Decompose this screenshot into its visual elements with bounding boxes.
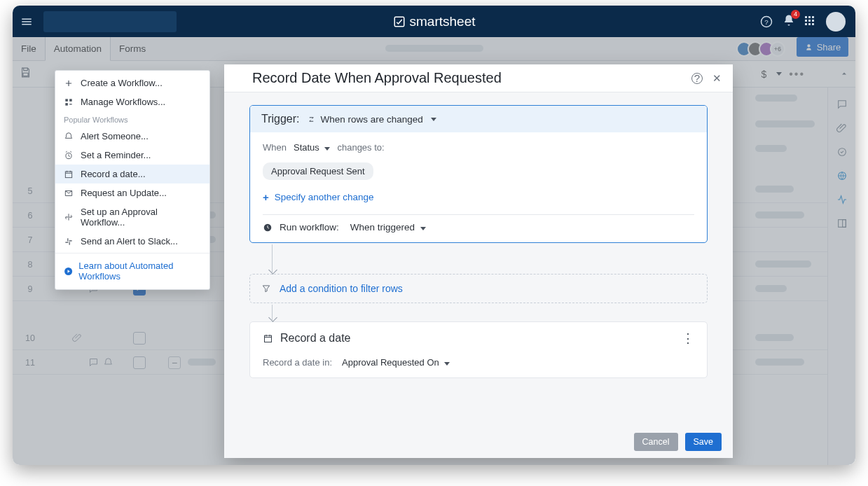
menu-slack-alert[interactable]: Send an Alert to Slack... [55,232,209,251]
svg-rect-9 [65,99,68,102]
apps-icon[interactable] [805,16,816,27]
flow-connector [272,244,273,272]
more-icon[interactable]: ⋮ [682,335,694,342]
calendar-icon [263,333,273,344]
close-icon[interactable]: ✕ [712,72,722,85]
add-condition-block[interactable]: Add a condition to filter rows [249,274,708,303]
field-select[interactable]: Status [294,142,330,153]
svg-rect-11 [65,103,68,106]
help-icon[interactable]: ? [760,15,773,28]
chevron-down-icon [324,147,330,151]
brand-logo: smartsheet [393,14,476,29]
record-in-label: Record a date in: [263,357,332,368]
svg-text:?: ? [764,18,769,25]
filter-icon [261,284,271,293]
svg-rect-0 [394,17,404,27]
add-change-link[interactable]: + Specify another change [263,191,694,203]
svg-rect-8 [265,335,272,342]
plus-icon: + [263,191,269,203]
notifications-icon[interactable]: 4 [783,14,795,29]
menu-icon[interactable] [13,15,41,28]
trigger-type-value: When rows are changed [321,114,423,125]
notification-badge: 4 [791,10,800,19]
value-chip[interactable]: Approval Request Sent [263,162,373,180]
workflow-modal: Record Date When Approval Requested ? ✕ … [224,64,733,458]
trigger-label: Trigger: [261,113,300,125]
brand-name: smartsheet [410,14,476,29]
menu-section-header: Popular Workflows [55,111,209,127]
automation-menu: Create a Workflow... Manage Workflows...… [55,70,210,290]
menu-learn-link[interactable]: Learn about Automated Workflows [55,256,209,286]
action-title: Record a date [280,332,351,345]
record-in-select[interactable]: Approval Requested On [342,357,450,368]
menu-set-reminder[interactable]: Set a Reminder... [55,146,209,165]
help-icon[interactable]: ? [691,73,703,84]
flow-connector [272,305,273,320]
cancel-button[interactable]: Cancel [634,433,678,451]
menu-manage-workflows[interactable]: Manage Workflows... [55,92,209,111]
user-avatar[interactable] [826,12,846,32]
svg-rect-10 [69,99,72,102]
clock-icon [263,223,273,232]
menu-record-date[interactable]: Record a date... [55,165,209,183]
menu-approval-workflow[interactable]: Set up an Approval Workflow... [55,202,209,232]
trigger-block: Trigger: When rows are changed When Stat… [249,105,708,243]
chevron-down-icon [444,362,450,366]
save-button[interactable]: Save [685,433,722,451]
search-input[interactable] [43,11,177,32]
modal-title: Record Date When Approval Requested [252,70,502,86]
top-navbar: smartsheet ? 4 [13,6,855,37]
chevron-down-icon [420,227,426,230]
trigger-type-select[interactable]: When rows are changed [307,114,436,125]
chevron-down-icon [431,118,436,121]
menu-create-workflow[interactable]: Create a Workflow... [55,74,209,92]
action-block: Record a date ⋮ Record a date in: Approv… [249,321,708,378]
when-label: When [263,142,287,153]
menu-alert-someone[interactable]: Alert Someone... [55,127,209,146]
modal-header: Record Date When Approval Requested ? ✕ [224,64,733,92]
add-condition-label: Add a condition to filter rows [280,283,403,294]
menu-request-update[interactable]: Request an Update... [55,183,209,202]
add-change-label: Specify another change [275,192,374,202]
modal-footer: Cancel Save [224,426,733,458]
run-value-select[interactable]: When triggered [350,222,426,232]
changes-to-label: changes to: [337,142,384,153]
svg-rect-13 [65,171,71,177]
run-label: Run workflow: [280,222,339,232]
